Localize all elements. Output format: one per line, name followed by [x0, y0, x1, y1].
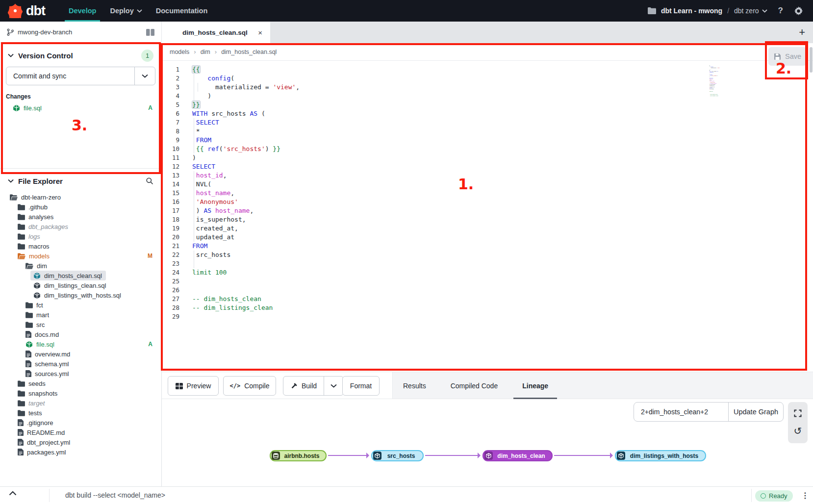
build-options-caret[interactable]	[324, 377, 343, 395]
panel-tab-lineage[interactable]: Lineage	[521, 372, 549, 400]
account-separator: /	[727, 7, 729, 15]
reset-view-icon[interactable]: ↺	[794, 426, 802, 436]
tree-item-.gitignore[interactable]: .gitignore	[0, 418, 161, 428]
breadcrumb-item-dim_hosts_clean.sql[interactable]: dim_hosts_clean.sql	[221, 49, 277, 55]
tree-item-snapshots[interactable]: snapshots	[0, 388, 161, 398]
panel-tab-results[interactable]: Results	[402, 372, 427, 400]
tree-item-models[interactable]: modelsM	[0, 251, 161, 261]
file-icon	[25, 331, 31, 338]
lineage-selector-input[interactable]: 2+dim_hosts_clean+2	[634, 403, 728, 421]
code-area[interactable]: 1{{2 config(3 materialized = 'view',4 )5…	[162, 61, 813, 372]
dbt-logo[interactable]: dbt	[8, 3, 45, 19]
model-icon	[484, 452, 493, 460]
branch-name[interactable]: mwong-dev-branch	[18, 28, 72, 36]
commit-options-caret[interactable]	[134, 67, 155, 85]
split-view-icon[interactable]	[146, 29, 154, 36]
file-icon	[25, 370, 31, 377]
update-graph-button[interactable]: Update Graph	[728, 403, 783, 421]
tree-item-sources.yml[interactable]: sources.yml	[0, 369, 161, 378]
format-button[interactable]: Format	[342, 376, 380, 396]
tree-item-seeds[interactable]: seeds	[0, 378, 161, 388]
lineage-edge	[425, 455, 479, 456]
tree-item-analyses[interactable]: analyses	[0, 212, 161, 222]
change-item-file.sql[interactable]: file.sql A	[0, 102, 161, 114]
editor-scrollbar[interactable]	[810, 47, 813, 73]
model-icon	[33, 282, 41, 289]
tree-item-schema.yml[interactable]: schema.yml	[0, 359, 161, 369]
tree-item-dim_hosts_clean.sql[interactable]: dim_hosts_clean.sql	[0, 271, 161, 280]
lineage-node-src_hosts[interactable]: src_hosts	[371, 450, 424, 461]
compile-button[interactable]: </> Compile	[223, 376, 276, 396]
new-tab-button[interactable]: +	[799, 26, 805, 39]
environment-selector[interactable]: dbt zero	[734, 7, 767, 15]
help-icon[interactable]: ?	[778, 6, 783, 16]
dbt-logo-text: dbt	[26, 3, 45, 19]
folder-icon	[18, 410, 25, 416]
file-icon	[18, 439, 24, 446]
tree-item-fct[interactable]: fct	[0, 300, 161, 310]
graph-tools: ↺	[788, 402, 808, 443]
lineage-node-airbnb.hosts[interactable]: airbnb.hosts	[270, 450, 327, 461]
tab-dim-hosts-clean[interactable]: dim_hosts_clean.sql ×	[162, 22, 270, 43]
nav-item-deploy[interactable]: Deploy	[103, 0, 149, 22]
build-button[interactable]: Build	[283, 377, 324, 395]
fullscreen-icon[interactable]	[794, 409, 802, 417]
breadcrumb-item-dim[interactable]: dim	[201, 49, 210, 55]
tree-item-packages.yml[interactable]: packages.yml	[0, 447, 161, 457]
preview-button[interactable]: Preview	[168, 376, 219, 396]
tree-item-dbt_project.yml[interactable]: dbt_project.yml	[0, 437, 161, 447]
folder-open-icon	[25, 263, 33, 269]
tree-item-src[interactable]: src	[0, 320, 161, 329]
chevron-down-icon	[8, 53, 14, 57]
arrowhead-icon	[366, 453, 369, 458]
file-icon	[25, 351, 31, 357]
arrowhead-icon	[478, 453, 481, 458]
tree-item-dbt_packages[interactable]: dbt_packages	[0, 222, 161, 231]
search-icon[interactable]	[146, 177, 153, 185]
chevron-right-icon: ›	[194, 48, 196, 55]
command-input[interactable]: dbt build --select <model_name>	[65, 491, 165, 499]
folder-icon	[25, 312, 33, 318]
tree-item-.github[interactable]: .github	[0, 202, 161, 212]
folder-icon	[18, 224, 25, 230]
tree-item-dim[interactable]: dim	[0, 261, 161, 271]
tree-item-README.md[interactable]: README.md	[0, 428, 161, 437]
tree-item-docs.md[interactable]: docs.md	[0, 329, 161, 339]
chevron-up-icon[interactable]	[9, 491, 17, 496]
editor-minimap[interactable]: 1{{2 config(3 materialized = 'view',4 )5…	[709, 65, 726, 98]
tree-item-dim_listings_with_hosts.sql[interactable]: dim_listings_with_hosts.sql	[0, 290, 161, 300]
nav-item-documentation[interactable]: Documentation	[149, 0, 215, 22]
commit-and-sync-button[interactable]: Commit and sync	[6, 67, 155, 85]
kebab-menu-icon[interactable]: ⋮	[801, 491, 809, 500]
tree-item-overview.md[interactable]: overview.md	[0, 349, 161, 359]
version-control-header[interactable]: Version Control 1	[0, 47, 161, 64]
model-green-icon	[25, 341, 33, 348]
arrowhead-icon	[610, 453, 613, 458]
lineage-node-dim_hosts_clean[interactable]: dim_hosts_clean	[483, 450, 553, 461]
tab-strip: dim_hosts_clean.sql × +	[162, 22, 813, 43]
nav-item-develop[interactable]: Develop	[62, 0, 103, 22]
main-nav: DevelopDeployDocumentation	[62, 0, 214, 22]
close-icon[interactable]: ×	[258, 28, 262, 37]
tree-item-dim_listings_clean.sql[interactable]: dim_listings_clean.sql	[0, 280, 161, 290]
tree-item-macros[interactable]: macros	[0, 241, 161, 251]
gear-icon[interactable]	[794, 6, 803, 16]
model-teal-icon	[33, 272, 41, 279]
tree-item-tests[interactable]: tests	[0, 408, 161, 418]
tree-item-target[interactable]: target	[0, 398, 161, 408]
folder-icon	[18, 380, 25, 387]
file-icon	[18, 449, 24, 455]
file-explorer-header[interactable]: File Explorer	[0, 173, 161, 189]
project-folder-icon	[648, 7, 656, 14]
breadcrumb-item-models[interactable]: models	[170, 49, 189, 55]
account-switcher[interactable]: dbt Learn - mwong / dbt zero	[661, 7, 767, 15]
folder-icon	[18, 204, 25, 210]
tree-item-file.sql[interactable]: file.sqlA	[0, 339, 161, 349]
tree-item-mart[interactable]: mart	[0, 310, 161, 320]
tree-item-dbt-learn-zero[interactable]: dbt-learn-zero	[0, 192, 161, 202]
panel-tab-compiled-code[interactable]: Compiled Code	[450, 372, 499, 400]
top-navbar: dbt DevelopDeployDocumentation dbt Learn…	[0, 0, 813, 22]
changes-list: file.sql A	[0, 102, 161, 114]
tree-item-logs[interactable]: logs	[0, 231, 161, 241]
lineage-node-dim_listings_with_hosts[interactable]: dim_listings_with_hosts	[615, 450, 706, 461]
